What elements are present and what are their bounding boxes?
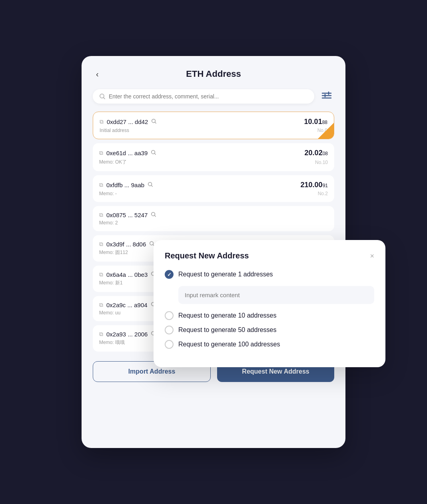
modal-options: Request to generate 1 addressesRequest t… — [165, 270, 374, 349]
modal: Request New Address × Request to generat… — [154, 240, 385, 367]
radio-option-3[interactable]: Request to generate 100 addresses — [165, 340, 374, 349]
svg-line-14 — [155, 215, 156, 216]
svg-line-10 — [155, 153, 156, 154]
modal-option: Request to generate 50 addresses — [165, 326, 374, 334]
address-item[interactable]: ⧉ 0xdd27 ... dd42 10.0188 Initial addres… — [93, 112, 334, 139]
memo-text: Memo: - — [99, 191, 117, 196]
filter-icon — [321, 91, 332, 100]
address-item[interactable]: ⧉ 0xfdfb ... 9aab 210.0091 Memo: - No.2 — [93, 175, 334, 202]
memo-text: Memo: OK了 — [99, 159, 127, 166]
radio-label: Request to generate 100 addresses — [178, 341, 280, 348]
radio-option-2[interactable]: Request to generate 50 addresses — [165, 326, 374, 334]
copy-icon[interactable]: ⧉ — [99, 150, 103, 156]
memo-text: Memo: 2 — [99, 220, 118, 226]
memo-text: Initial address — [100, 128, 129, 133]
address-search-icon[interactable] — [148, 182, 153, 188]
radio-circle — [165, 311, 174, 320]
address-text: 0xe61d ... aa39 — [106, 150, 148, 156]
page-title: ETH Address — [186, 69, 241, 79]
search-row — [93, 89, 334, 104]
modal-option: Request to generate 100 addresses — [165, 340, 374, 349]
active-badge — [318, 123, 334, 139]
address-text: 0x2a93 ... 2006 — [106, 331, 148, 338]
memo-text: Memo: uu — [99, 310, 120, 316]
svg-line-8 — [155, 122, 156, 123]
search-icon — [99, 93, 106, 100]
address-search-icon[interactable] — [151, 212, 156, 218]
copy-icon[interactable]: ⧉ — [99, 271, 103, 278]
radio-circle — [165, 340, 174, 349]
address-search-icon[interactable] — [151, 118, 157, 125]
modal-close-button[interactable]: × — [370, 252, 374, 260]
copy-icon[interactable]: ⧉ — [99, 241, 103, 248]
radio-label: Request to generate 10 addresses — [178, 312, 277, 319]
memo-text: Memo: 新1 — [99, 280, 123, 286]
address-item[interactable]: ⧉ 0xe61d ... aa39 20.0208 Memo: OK了 No.1… — [93, 143, 334, 171]
address-text: 0x6a4a ... 0be3 — [106, 271, 148, 278]
address-search-icon[interactable] — [151, 150, 156, 156]
address-item[interactable]: ⧉ 0x0875 ... 5247 Memo: 2 — [93, 206, 334, 231]
remark-input[interactable] — [178, 286, 374, 304]
copy-icon[interactable]: ⧉ — [99, 331, 103, 338]
copy-icon[interactable]: ⧉ — [100, 118, 104, 125]
modal-option: Request to generate 10 addresses — [165, 311, 374, 320]
modal-option: Request to generate 1 addresses — [165, 270, 374, 311]
radio-option-1[interactable]: Request to generate 10 addresses — [165, 311, 374, 320]
search-input[interactable] — [109, 93, 308, 100]
search-box — [93, 89, 314, 104]
filter-button[interactable] — [319, 89, 334, 104]
copy-icon[interactable]: ⧉ — [99, 212, 103, 218]
address-text: 0xfdfb ... 9aab — [106, 182, 144, 188]
address-text: 0x3d9f ... 8d06 — [106, 241, 146, 248]
radio-circle — [165, 326, 174, 334]
no-label: No.10 — [315, 160, 328, 165]
modal-header: Request New Address × — [165, 251, 374, 260]
radio-label: Request to generate 50 addresses — [178, 326, 277, 334]
copy-icon[interactable]: ⧉ — [99, 182, 103, 188]
amount: 210.0091 — [301, 181, 328, 189]
memo-text: Memo: 圆112 — [99, 249, 128, 256]
no-label: No.2 — [318, 191, 328, 196]
header: ‹ ETH Address — [93, 69, 334, 79]
back-button[interactable]: ‹ — [93, 68, 102, 80]
address-text: 0x0875 ... 5247 — [106, 212, 148, 218]
svg-line-12 — [151, 185, 152, 186]
modal-title: Request New Address — [165, 251, 249, 260]
radio-circle — [165, 270, 174, 279]
copy-icon[interactable]: ⧉ — [99, 302, 103, 308]
radio-label: Request to generate 1 addresses — [178, 271, 273, 278]
address-text: 0x2a9c ... a904 — [106, 302, 148, 308]
main-card: ‹ ETH Address ⧉ 0xdd27 — [82, 56, 345, 448]
memo-text: Memo: 哦哦 — [99, 339, 125, 346]
address-text: 0xdd27 ... dd42 — [107, 118, 148, 125]
radio-option-0[interactable]: Request to generate 1 addresses — [165, 270, 374, 279]
svg-line-1 — [104, 97, 105, 99]
amount: 20.0208 — [305, 149, 328, 157]
